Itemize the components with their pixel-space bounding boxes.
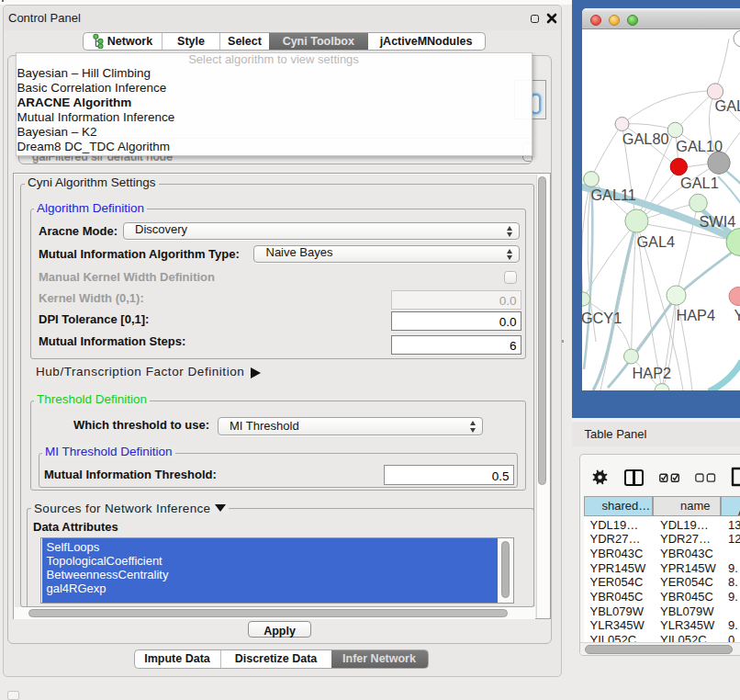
svg-text:HAP2: HAP2 — [633, 364, 672, 380]
svg-text:GAL11: GAL11 — [590, 186, 635, 203]
svg-text:Y: Y — [734, 306, 740, 322]
svg-text:HAP4: HAP4 — [677, 306, 716, 322]
svg-text:SWI4: SWI4 — [700, 212, 736, 229]
svg-text:GAL4: GAL4 — [636, 233, 675, 250]
svg-text:GAL10: GAL10 — [676, 138, 723, 154]
svg-text:GCY1: GCY1 — [582, 309, 622, 325]
svg-text:GAL2: GAL2 — [715, 97, 740, 114]
svg-text:GAL80: GAL80 — [622, 130, 669, 147]
svg-text:GAL1: GAL1 — [680, 174, 719, 190]
